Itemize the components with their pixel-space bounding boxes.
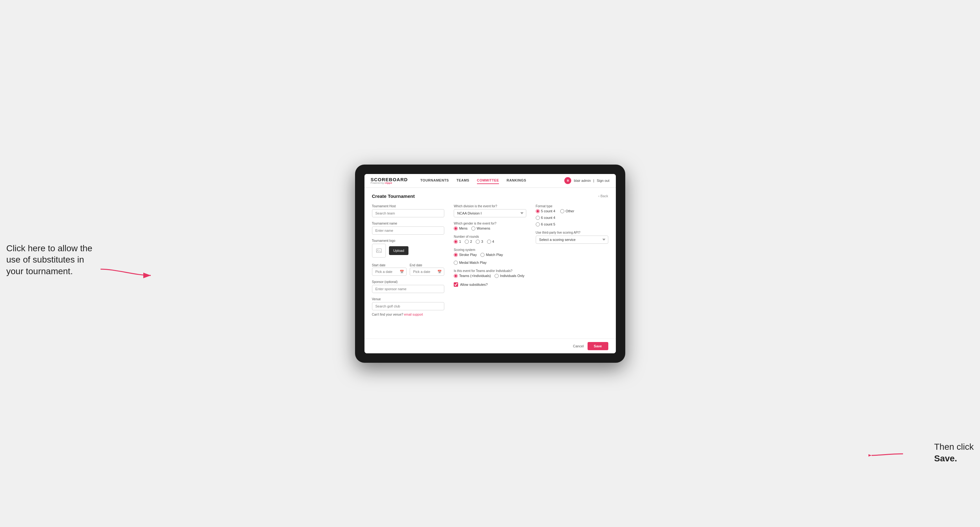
format-field: Format type 5 count 4 Other (536, 205, 608, 227)
venue-input[interactable] (372, 302, 445, 310)
nav-item-teams[interactable]: TEAMS (457, 177, 469, 184)
dates-field: Start date 📅 End date 📅 (372, 262, 445, 276)
substitutes-checkbox[interactable] (454, 283, 458, 287)
form-section-right: Format type 5 count 4 Other (536, 205, 608, 316)
scoring-field: Scoring system Stroke Play Match Play (454, 248, 526, 265)
rounds-2[interactable]: 2 (465, 240, 472, 244)
image-icon (376, 248, 382, 254)
venue-field: Venue Can't find your venue? email suppo… (372, 297, 445, 316)
format-other[interactable]: Other (560, 209, 574, 213)
teams-radio[interactable] (454, 274, 458, 278)
arrow-left (97, 260, 154, 279)
division-select[interactable]: NCAA Division I (454, 209, 526, 217)
scoring-match-radio[interactable] (480, 253, 485, 257)
sponsor-input[interactable] (372, 285, 445, 293)
format-6count5-radio[interactable] (536, 222, 540, 227)
scoring-api-select[interactable]: Select a scoring service (536, 235, 608, 244)
rounds-1[interactable]: 1 (454, 240, 461, 244)
page-header: Create Tournament ‹ Back (372, 194, 608, 199)
scoring-medal-radio[interactable] (454, 261, 458, 265)
scoring-stroke-radio[interactable] (454, 253, 458, 257)
gender-mens[interactable]: Mens (454, 227, 468, 230)
division-label: Which division is the event for? (454, 205, 526, 208)
scoring-label: Scoring system (454, 248, 526, 252)
logo-powered: Powered by clippd (371, 182, 408, 184)
end-date-label: End date (410, 264, 422, 267)
rounds-4[interactable]: 4 (487, 240, 494, 244)
cancel-button[interactable]: Cancel (573, 344, 584, 348)
individuals-only[interactable]: Individuals Only (495, 274, 524, 278)
nav-bar: SCOREBOARD Powered by clippd TOURNAMENTS… (364, 174, 616, 188)
gender-womens[interactable]: Womens (471, 227, 490, 230)
format-other-radio[interactable] (560, 209, 564, 213)
gender-field: Which gender is the event for? Mens Wome… (454, 222, 526, 230)
tournament-host-input[interactable] (372, 209, 445, 217)
sign-out-link[interactable]: Sign out (597, 179, 609, 183)
tournament-host-field: Tournament Host (372, 205, 445, 217)
start-date-label: Start date (372, 264, 385, 267)
rounds-4-radio[interactable] (487, 240, 491, 244)
nav-item-tournaments[interactable]: TOURNAMENTS (420, 177, 449, 184)
start-date-group: Start date 📅 (372, 262, 407, 276)
teams-field: Is this event for Teams and/or Individua… (454, 269, 526, 278)
tablet-screen: SCOREBOARD Powered by clippd TOURNAMENTS… (364, 174, 616, 353)
logo-scoreboard: SCOREBOARD (371, 177, 408, 182)
format-5count4-radio[interactable] (536, 209, 540, 213)
venue-email-link[interactable]: email support (404, 313, 423, 316)
substitutes-checkbox-label[interactable]: Allow substitutes? (454, 283, 526, 287)
logo-clippd: clippd (385, 181, 392, 184)
scoring-medal[interactable]: Medal Match Play (454, 261, 487, 265)
end-date-input[interactable] (410, 268, 444, 276)
tournament-name-input[interactable] (372, 227, 445, 235)
tournament-name-label: Tournament name (372, 222, 445, 225)
tournament-logo-label: Tournament logo (372, 239, 445, 243)
form-section-middle: Which division is the event for? NCAA Di… (454, 205, 526, 316)
tablet-frame: SCOREBOARD Powered by clippd TOURNAMENTS… (355, 165, 625, 363)
logo-upload-area: Upload (372, 244, 445, 257)
format-row-2: 6 count 4 (536, 216, 608, 220)
division-field: Which division is the event for? NCAA Di… (454, 205, 526, 217)
nav-right: B blair admin | Sign out (564, 177, 609, 184)
gender-label: Which gender is the event for? (454, 222, 526, 225)
scoring-stroke[interactable]: Stroke Play (454, 253, 477, 257)
main-content: Create Tournament ‹ Back Tournament Host… (364, 188, 616, 338)
rounds-3[interactable]: 3 (476, 240, 483, 244)
rounds-3-radio[interactable] (476, 240, 480, 244)
logo-placeholder (372, 244, 386, 257)
scoring-api-field: Use third-party live scoring API? Select… (536, 231, 608, 244)
substitutes-field: Allow substitutes? (454, 283, 526, 287)
scoring-match[interactable]: Match Play (480, 253, 503, 257)
format-5count4[interactable]: 5 count 4 (536, 209, 555, 213)
end-date-wrapper: 📅 (410, 268, 444, 276)
end-date-group: End date 📅 (410, 262, 444, 276)
sponsor-field: Sponsor (optional) (372, 280, 445, 293)
svg-point-3 (377, 249, 378, 250)
format-6count4[interactable]: 6 count 4 (536, 216, 555, 220)
back-button[interactable]: ‹ Back (598, 194, 608, 198)
logo-area: SCOREBOARD Powered by clippd (371, 177, 408, 184)
tournament-name-field: Tournament name (372, 222, 445, 235)
format-row-3: 6 count 5 (536, 222, 608, 227)
format-6count4-radio[interactable] (536, 216, 540, 220)
nav-item-committee[interactable]: COMMITTEE (477, 177, 499, 184)
scoring-radio-group: Stroke Play Match Play Medal Match Play (454, 253, 526, 265)
upload-button[interactable]: Upload (389, 246, 409, 255)
save-button[interactable]: Save (587, 342, 608, 350)
tournament-logo-field: Tournament logo Upload (372, 239, 445, 257)
rounds-radio-group: 1 2 3 4 (454, 240, 526, 244)
start-date-input[interactable] (372, 268, 407, 276)
teams-label: Is this event for Teams and/or Individua… (454, 269, 526, 273)
user-name: blair admin (574, 179, 591, 183)
gender-womens-radio[interactable] (471, 227, 476, 230)
teams-plus-individuals[interactable]: Teams (+Individuals) (454, 274, 491, 278)
annotation-left: Click here to allow the use of substitut… (6, 243, 94, 277)
form-section-left: Tournament Host Tournament name Tourname… (372, 205, 445, 316)
rounds-2-radio[interactable] (465, 240, 469, 244)
individuals-radio[interactable] (495, 274, 499, 278)
format-options: 5 count 4 Other 6 count 4 (536, 209, 608, 227)
format-6count5[interactable]: 6 count 5 (536, 222, 555, 227)
start-date-wrapper: 📅 (372, 268, 407, 276)
gender-mens-radio[interactable] (454, 227, 458, 230)
rounds-1-radio[interactable] (454, 240, 458, 244)
nav-item-rankings[interactable]: RANKINGS (506, 177, 526, 184)
